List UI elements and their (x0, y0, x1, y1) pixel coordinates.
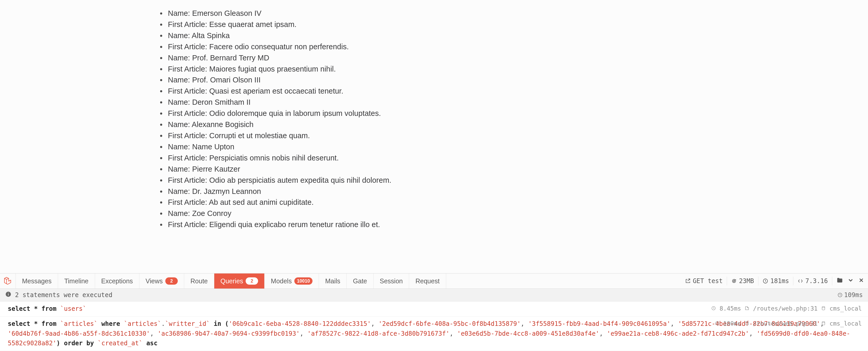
list-item: First Article: Odio ab perspiciatis aute… (155, 175, 868, 186)
queries-summary-bar: 2 statements were executed 109ms (0, 289, 868, 301)
list-item: First Article: Perspiciatis omnis nobis … (155, 152, 868, 164)
list-item: Name: Zoe Conroy (155, 208, 868, 219)
query-row[interactable]: 100ms /routes/web.php:31 cms_local selec… (0, 317, 868, 351)
views-badge: 2 (165, 277, 178, 285)
list-item: First Article: Eligendi quia explicabo r… (155, 219, 868, 230)
tab-mails[interactable]: Mails (319, 273, 347, 289)
debugbar-tabs: Messages Timeline Exceptions Views2 Rout… (0, 273, 868, 289)
tab-queries[interactable]: Queries2 (214, 273, 265, 289)
tab-views[interactable]: Views2 (140, 273, 184, 289)
list-item: Name: Alta Spinka (155, 30, 868, 41)
list-item: First Article: Corrupti et ut molestiae … (155, 130, 868, 141)
svg-point-7 (822, 307, 825, 308)
list-item: Name: Name Upton (155, 141, 868, 152)
tab-request[interactable]: Request (409, 273, 446, 289)
query-meta: 8.45ms /routes/web.php:31 cms_local (711, 304, 862, 314)
tab-exceptions[interactable]: Exceptions (95, 273, 140, 289)
list-item: First Article: Maiores fugiat quos praes… (155, 63, 868, 75)
query-row[interactable]: select * from `users` 8.45ms /routes/web… (0, 301, 868, 317)
info-icon (5, 291, 11, 299)
request-method[interactable]: GET test (685, 277, 723, 285)
tab-timeline[interactable]: Timeline (58, 273, 95, 289)
tab-messages[interactable]: Messages (16, 273, 58, 289)
list-item: First Article: Facere odio consequatur n… (155, 41, 868, 52)
page-content: Name: Emerson Gleason IVFirst Article: E… (0, 0, 868, 230)
list-item: Name: Prof. Bernard Terry MD (155, 52, 868, 63)
close-icon[interactable] (858, 277, 864, 285)
tab-route[interactable]: Route (184, 273, 214, 289)
laravel-icon[interactable] (0, 273, 16, 289)
queries-list: select * from `users` 8.45ms /routes/web… (0, 301, 868, 351)
query-meta: 100ms /routes/web.php:31 cms_local (715, 319, 862, 328)
tab-models[interactable]: Models10010 (265, 273, 319, 289)
svg-rect-3 (8, 294, 8, 295)
queries-total-time: 109ms (837, 291, 863, 299)
tab-gate[interactable]: Gate (347, 273, 373, 289)
models-badge: 10010 (294, 277, 312, 285)
svg-rect-4 (8, 293, 8, 293)
queries-summary-text: 2 statements were executed (15, 291, 113, 299)
svg-point-0 (734, 281, 735, 282)
list-item: Name: Emerson Gleason IV (155, 8, 868, 19)
list-item: Name: Prof. Omari Olson III (155, 75, 868, 86)
list-item: Name: Pierre Kautzer (155, 164, 868, 175)
debugbar-status: GET test 23MB 181ms 7.3.16 (681, 273, 868, 289)
request-time[interactable]: 181ms (763, 277, 789, 285)
author-article-list: Name: Emerson Gleason IVFirst Article: E… (155, 8, 868, 230)
svg-point-9 (822, 322, 825, 323)
list-item: First Article: Quasi est aperiam est occ… (155, 86, 868, 97)
queries-badge: 2 (246, 277, 258, 285)
php-version[interactable]: 7.3.16 (798, 277, 828, 285)
list-item: First Article: Odio doloremque quia in l… (155, 108, 868, 119)
chevron-down-icon[interactable] (847, 277, 854, 285)
list-item: Name: Alexanne Bogisich (155, 119, 868, 130)
tab-session[interactable]: Session (374, 273, 409, 289)
list-item: Name: Dr. Jazmyn Leannon (155, 186, 868, 197)
folder-icon[interactable] (836, 277, 843, 285)
memory-usage[interactable]: 23MB (731, 277, 754, 285)
list-item: Name: Deron Smitham II (155, 97, 868, 108)
debugbar: Messages Timeline Exceptions Views2 Rout… (0, 273, 868, 351)
list-item: First Article: Ab aut sed aut animi cupi… (155, 197, 868, 208)
list-item: First Article: Esse quaerat amet ipsam. (155, 19, 868, 30)
